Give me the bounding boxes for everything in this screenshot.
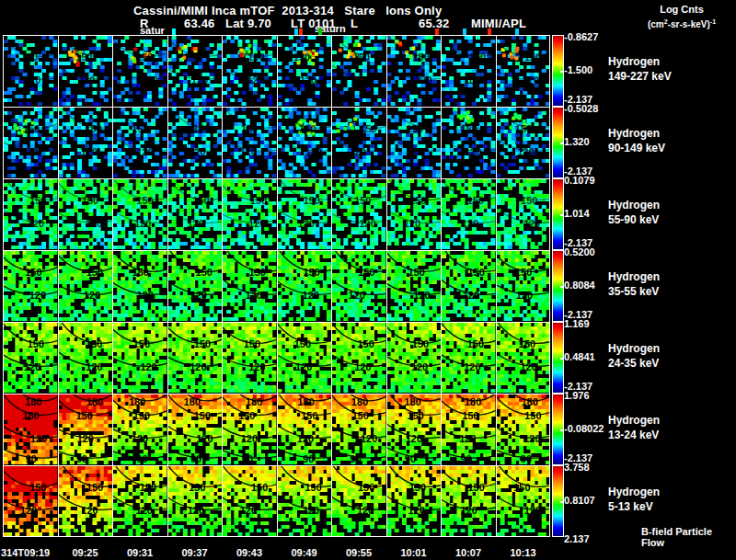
direction-tick-1 xyxy=(294,29,298,35)
colorbar-mid-row-0: -1.500 xyxy=(564,64,592,75)
colorbar-mid-row-2: 1.014 xyxy=(564,208,590,219)
colorbar-max-row-1: -0.5028 xyxy=(564,103,598,114)
colorbar-mid-row-1: 1.320 xyxy=(564,136,590,147)
colorbar-row-5 xyxy=(552,394,564,465)
channel-energy-row-2: 55-90 keV xyxy=(608,213,659,226)
colorbar-mid-row-6: 0.8107 xyxy=(564,495,595,506)
time-tick-2: 09:31 xyxy=(112,547,167,558)
title-instrument: Cassini/MIMI Inca mTOF xyxy=(133,4,275,17)
colorbar-row-3 xyxy=(552,250,564,322)
channel-species-row-0: Hydrogen xyxy=(608,55,660,68)
direction-tick-7 xyxy=(515,29,519,35)
time-tick-3: 09:37 xyxy=(167,547,223,558)
channel-species-row-2: Hydrogen xyxy=(608,199,660,211)
direction-tick-0 xyxy=(172,29,176,35)
title-mode: Stare xyxy=(344,4,375,17)
direction-tick-5 xyxy=(463,29,466,35)
colorbar-mid-row-4: 0.4841 xyxy=(564,351,595,362)
page-title: Cassini/MIMI Inca mTOF 2013-314 Stare Io… xyxy=(133,4,442,17)
lat-value: Lat 9.70 xyxy=(225,17,271,30)
direction-tick-3 xyxy=(318,29,322,35)
time-tick-6: 09:55 xyxy=(331,547,386,558)
time-tick-0: 314T09:19 xyxy=(1,547,65,558)
cassini-mimi-inca-display: { "title": { "line1_instrument": "Cassin… xyxy=(0,0,736,560)
colorbar-row-6 xyxy=(552,465,564,537)
spectrogram-grid xyxy=(3,35,550,537)
channel-species-row-6: Hydrogen xyxy=(608,486,660,498)
colorbar-max-row-2: 0.1079 xyxy=(564,175,595,186)
channel-energy-row-0: 149-227 keV xyxy=(608,70,672,83)
channel-energy-row-1: 90-149 keV xyxy=(608,142,665,154)
time-tick-4: 09:43 xyxy=(222,547,277,558)
colorbar-max-row-3: 0.5200 xyxy=(564,246,595,257)
l-label: L xyxy=(351,17,358,30)
time-tick-1: 09:25 xyxy=(58,547,113,558)
channel-species-row-3: Hydrogen xyxy=(608,270,660,283)
channel-species-row-5: Hydrogen xyxy=(608,414,660,427)
colorbar-max-row-4: 1.169 xyxy=(564,318,590,329)
colorbar-max-row-0: -0.8627 xyxy=(564,31,598,42)
units-line2: (cm2-sr-s-keV)-1 xyxy=(631,16,732,30)
title-species: Ions Only xyxy=(385,4,442,17)
time-tick-7: 10:01 xyxy=(386,547,442,558)
time-tick-5: 09:49 xyxy=(277,547,332,558)
colorbar-row-4 xyxy=(552,322,564,394)
channel-energy-row-4: 24-35 keV xyxy=(608,357,659,370)
colorbar-min-row-6: 2.137 xyxy=(564,533,590,544)
colorbar-mid-row-5: -0.08022 xyxy=(564,423,604,434)
colorbar-row-0 xyxy=(552,35,564,107)
channel-energy-row-6: 5-13 keV xyxy=(608,500,653,513)
colorbar-units: Log Cnts (cm2-sr-s-keV)-1 xyxy=(631,4,732,30)
direction-tick-6 xyxy=(488,29,491,35)
colorbar-max-row-6: 3.758 xyxy=(564,462,590,473)
r-value: 63.46 xyxy=(184,17,215,30)
colorbar-mid-row-3: 0.8084 xyxy=(564,280,595,291)
bfield-flow-label: B-field Particle Flow xyxy=(641,526,736,548)
l-value: 65.32 xyxy=(419,17,450,30)
channel-energy-row-5: 13-24 keV xyxy=(608,429,659,441)
channel-species-row-4: Hydrogen xyxy=(608,342,660,355)
direction-tick-2 xyxy=(299,29,303,35)
colorbar-max-row-5: 1.976 xyxy=(564,390,590,401)
time-tick-8: 10:07 xyxy=(441,547,496,558)
direction-tick-4 xyxy=(435,29,439,35)
time-tick-9: 10:13 xyxy=(496,547,551,558)
channel-energy-row-3: 35-55 keV xyxy=(608,285,659,298)
channel-species-row-1: Hydrogen xyxy=(608,127,660,140)
colorbar-row-2 xyxy=(552,178,564,250)
colorbar-row-1 xyxy=(552,107,564,178)
units-line1: Log Cnts xyxy=(631,4,732,16)
title-date: 2013-314 xyxy=(282,4,334,17)
